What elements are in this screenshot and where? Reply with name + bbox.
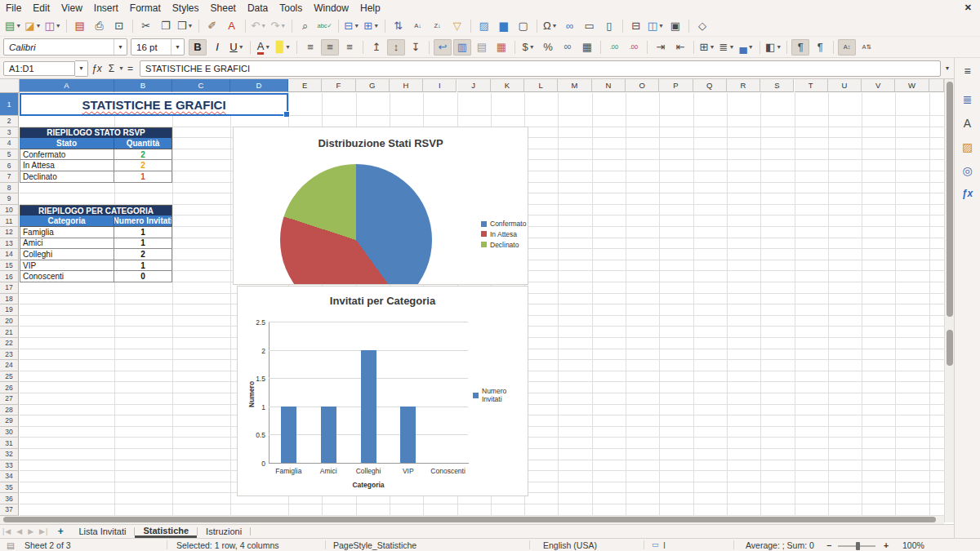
rsvp-table-label-cell[interactable]: In Attesa [20,160,114,171]
export-pdf-icon[interactable]: ▤ [71,18,89,34]
menu-file[interactable]: File [0,1,27,16]
add-sheet-button[interactable]: + [51,523,69,540]
column-header-m[interactable]: M [558,79,591,92]
row-header-21[interactable]: 21 [0,327,19,338]
sheet-tab-istruzioni[interactable]: Istruzioni [198,525,250,538]
row-header-1[interactable]: 1 [0,93,19,116]
rsvp-table-value-cell[interactable]: 2 [114,149,172,161]
row-header-9[interactable]: 9 [0,193,19,205]
row-header-13[interactable]: 13 [0,238,19,250]
print-preview-icon[interactable]: ⊡ [110,18,128,34]
row-header-19[interactable]: 19 [0,304,19,316]
row-header-20[interactable]: 20 [0,316,19,327]
select-all-corner[interactable] [0,79,20,93]
clear-formatting-icon[interactable]: A [223,18,241,34]
row-header-8[interactable]: 8 [0,183,19,194]
category-table-value-cell[interactable]: 0 [114,271,172,282]
underline-dropdown-icon[interactable]: ▼ [238,44,244,50]
bold-icon[interactable]: B [189,39,207,56]
autofilter-icon[interactable]: ▽ [448,18,466,34]
column-header-j[interactable]: J [457,79,491,92]
border-color-dropdown-icon[interactable]: ▼ [748,44,754,50]
border-color-icon[interactable]: ▄▼ [737,39,755,56]
paste-icon[interactable]: ❒▼ [176,18,194,34]
spelling-icon[interactable]: abc✓ [316,18,334,34]
border-style-dropdown-icon[interactable]: ▼ [728,44,734,50]
menu-view[interactable]: View [56,1,88,16]
add-decimal-place-icon[interactable]: .00 [605,39,623,56]
wrap-text-icon[interactable]: ↩ [434,39,452,56]
row-header-26[interactable]: 26 [0,382,19,393]
headers-footers-icon[interactable]: ▯ [600,18,618,34]
insert-hyperlink-icon[interactable]: ∞ [561,18,579,34]
text-direction-ltr-icon[interactable]: ¶ [791,39,809,56]
zoom-in-icon[interactable]: + [884,540,889,550]
column-header-s[interactable]: S [760,79,794,92]
sort-ascending-icon[interactable]: A↓ [409,18,427,34]
average-sum-status[interactable]: Average: ; Sum: 0 [746,540,814,550]
sheet-nav-icon-3[interactable]: ▶| [39,527,48,535]
row-header-25[interactable]: 25 [0,371,19,383]
navigator-deck-icon[interactable]: ◎ [955,164,980,177]
font-color-dropdown-icon[interactable]: ▼ [265,44,270,50]
category-table-value-cell[interactable]: 1 [114,238,172,250]
increase-indent-icon[interactable]: ⇥ [652,39,670,56]
horizontal-scrollbar-thumb[interactable] [3,517,936,522]
sort-icon[interactable]: ⇅ [390,18,408,34]
undo-dropdown-icon[interactable]: ▼ [261,23,266,29]
column-header-q[interactable]: Q [693,79,727,92]
special-character-dropdown-icon[interactable]: ▼ [552,23,558,29]
category-table-value-cell[interactable]: 1 [114,227,172,238]
column-header-c[interactable]: C [172,79,230,92]
format-currency-icon[interactable]: $▼ [519,39,537,56]
column-header-v[interactable]: V [862,79,895,92]
redo-icon[interactable]: ↷▼ [270,18,287,34]
row-header-37[interactable]: 37 [0,504,19,516]
highlight-color-icon[interactable]: ▉▼ [274,39,292,56]
highlight-color-dropdown-icon[interactable]: ▼ [285,44,291,50]
row-header-22[interactable]: 22 [0,338,19,349]
italic-icon[interactable]: I [208,39,226,56]
column-header-a[interactable]: A [20,79,114,92]
zoom-level[interactable]: 100% [902,540,924,550]
format-number-icon[interactable]: 00 [559,39,577,56]
insert-row-icon[interactable]: ⊟▼ [343,18,361,34]
row-header-7[interactable]: 7 [0,171,19,183]
insert-row-dropdown-icon[interactable]: ▼ [354,23,359,29]
row-header-5[interactable]: 5 [0,149,19,161]
column-header-w[interactable]: W [895,79,929,92]
copy-icon[interactable]: ❐ [157,18,175,34]
open-file-dropdown-icon[interactable]: ▼ [36,23,42,29]
print-icon[interactable]: ⎙ [91,18,109,34]
row-header-33[interactable]: 33 [0,460,19,472]
font-name-combo[interactable]: Calibri ▼ [3,38,127,56]
category-table-label-cell[interactable]: Famiglia [20,227,114,238]
define-print-area-icon[interactable]: ⊟ [627,18,645,34]
row-header-17[interactable]: 17 [0,282,19,294]
merge-and-center-cells-icon[interactable]: ▥ [453,39,471,56]
row-header-14[interactable]: 14 [0,249,19,260]
show-draw-functions-icon[interactable]: ◇ [693,18,711,34]
row-header-36[interactable]: 36 [0,493,19,504]
column-header-t[interactable]: T [795,79,828,92]
special-character-icon[interactable]: Ω▼ [541,18,559,34]
rsvp-table-label-cell[interactable]: Declinato [20,171,114,183]
sum-icon[interactable]: Σ [109,63,114,74]
delete-decimal-place-icon[interactable]: .00 [625,39,643,56]
column-header-i[interactable]: I [423,79,457,92]
decrease-indent-icon[interactable]: ⇤ [671,39,689,56]
sort-lists-icon[interactable]: A⇅ [858,39,875,56]
border-style-icon[interactable]: ≣▼ [718,39,736,56]
row-header-23[interactable]: 23 [0,349,19,361]
insert-chart-icon[interactable]: ▆ [495,18,513,34]
menu-insert[interactable]: Insert [88,1,124,16]
category-table-label-cell[interactable]: VIP [20,260,114,272]
rsvp-table-value-cell[interactable]: 1 [114,171,172,183]
sheet-tab-lista-invitati[interactable]: Lista Invitati [70,525,134,538]
functions-deck-icon[interactable]: ƒx [955,188,980,199]
insert-column-dropdown-icon[interactable]: ▼ [373,23,379,29]
center-vertically-icon[interactable]: ↕ [387,39,405,56]
font-size-combo[interactable]: 16 pt ▼ [131,38,185,56]
row-header-12[interactable]: 12 [0,227,19,238]
sheet-nav-icon-0[interactable]: |◀ [2,527,11,535]
